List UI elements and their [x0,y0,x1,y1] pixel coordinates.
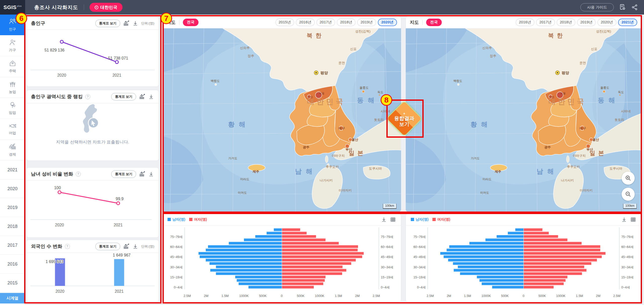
sidebar-item-경제[interactable]: 경제 [0,140,25,161]
sidebar-year-2015[interactable]: 2015 [0,274,25,292]
svg-text:일 본: 일 본 [589,149,605,156]
fusion-result-button[interactable]: + 융합결과 보기 [386,100,422,137]
svg-text:60~64세: 60~64세 [413,245,426,249]
combo-chart-icon[interactable] [139,94,145,100]
male-legend-swatch [168,218,171,221]
sidebar-year-2020[interactable]: 2020 [0,179,25,198]
svg-text:북 한: 북 한 [307,32,322,39]
population-pyramid-card-2021: 남자(명) 여자(명) 0~4세0~4세15~19세15~19세30~34세30… [406,214,641,302]
sidebar-item-label: 어업 [9,131,16,135]
download-icon[interactable] [132,20,138,26]
map-viewport[interactable]: 북 한성진(김책)신의주정주신포문천평양백령도서울인천대한민국울릉도독도동 해황… [163,28,401,212]
svg-text:독도: 독도 [377,90,383,94]
map-year-pill-2019년[interactable]: 2019년 [577,19,596,26]
sgis-logo[interactable]: SGISplus [0,0,25,15]
svg-text:백령도: 백령도 [453,79,462,83]
usage-guide-button[interactable]: 사용 가이드 [580,3,614,11]
sidebar-year-2016[interactable]: 2016 [0,255,25,274]
korea-map[interactable]: 북 한성진(김책)신의주정주신포문천평양백령도서울인천대한민국울릉도독도동 해황… [163,28,401,212]
map-year-pill-2021년[interactable]: 2021년 [618,19,637,26]
sidebar-item-인구[interactable]: 인구 [0,15,25,35]
svg-text:울릉도: 울릉도 [600,86,609,89]
sidebar-item-어업[interactable]: 어업 [0,119,25,140]
foreigners-bar-chart: 1 695 643 1 649 967 2020 2021 [26,253,159,302]
report-export-icon[interactable] [619,4,626,11]
total-population-card: 총인구 통계표 보기 단위:(명) 51 829 136 51 738 071 … [26,17,159,87]
map-scale-bar: 100km [623,204,637,209]
population-pyramid-chart: 0~4세0~4세15~19세15~19세30~34세30~34세45~49세45… [168,227,396,300]
map-year-pill-2020년[interactable]: 2020년 [597,19,616,26]
download-icon[interactable] [381,217,387,223]
combo-chart-icon[interactable] [123,243,129,249]
svg-text:2M: 2M [355,294,360,298]
svg-text:2021: 2021 [112,73,122,77]
card-title: 총인구 [31,20,45,27]
sidebar-item-임업[interactable]: 임업 [0,98,25,119]
download-icon[interactable] [148,171,154,177]
svg-text:신의주: 신의주 [482,46,492,50]
svg-text:남 해: 남 해 [295,168,314,175]
table-icon[interactable] [630,217,636,223]
map-label: 지도 [167,19,176,25]
map-year-pill-2016년[interactable]: 2016년 [296,19,314,26]
table-icon[interactable] [390,217,396,223]
download-icon[interactable] [621,217,627,223]
sidebar-item-가구[interactable]: 가구 [0,35,25,56]
nation-badge[interactable]: 전국 [426,19,442,26]
korea-map[interactable]: 북 한성진(김책)신의주정주신포문천평양백령도서울인천대한민국울릉도독도동 해황… [406,28,641,212]
svg-text:평양: 평양 [320,71,328,75]
fusion-label-line1: 융합결과 [394,115,414,121]
combo-chart-icon[interactable] [123,20,129,26]
stat-table-button[interactable]: 통계표 보기 [111,93,136,100]
stat-table-button[interactable]: 통계표 보기 [95,20,120,27]
help-icon[interactable]: ? [65,244,70,249]
map-year-pill-2016년[interactable]: 2016년 [516,19,534,26]
population-pyramid-card-2020: 남자(명) 여자(명) 0~4세0~4세15~19세15~19세30~34세30… [162,214,401,302]
male-legend-label: 남자(명) [416,217,428,222]
svg-text:0~4세: 0~4세 [381,285,390,289]
svg-text:울산: 울산 [592,138,599,141]
pyongyang-marker [314,71,318,75]
svg-text:500K: 500K [297,294,305,298]
svg-text:성진(김책): 성진(김책) [355,29,370,33]
download-icon[interactable] [148,94,154,100]
help-icon[interactable]: ? [76,172,81,177]
sidebar-item-농업[interactable]: 농업 [0,77,25,98]
map-year-pill-2019년[interactable]: 2019년 [357,19,376,26]
svg-text:45~49세: 45~49세 [621,255,634,259]
map-year-pill-2018년[interactable]: 2018년 [557,19,575,26]
map-year-pill-2018년[interactable]: 2018년 [337,19,355,26]
help-icon[interactable]: ? [85,94,90,99]
sidebar-year-2019[interactable]: 2019 [0,198,25,217]
sidebar-year-2018[interactable]: 2018 [0,217,25,236]
map-year-pill-2017년[interactable]: 2017년 [316,19,335,26]
svg-text:1.5M: 1.5M [221,294,229,298]
zoom-out-button[interactable] [622,188,635,201]
unit-label: 단위:(명) [141,244,154,249]
sidebar-year-2017[interactable]: 2017 [0,236,25,255]
map-year-pill-2020년[interactable]: 2020년 [378,19,397,26]
share-icon[interactable] [631,4,638,11]
stat-table-button[interactable]: 통계표 보기 [111,170,136,178]
zoom-in-button[interactable] [622,172,635,185]
combo-chart-icon[interactable] [139,171,145,177]
svg-text:신의주: 신의주 [240,46,250,50]
house-icon [9,60,16,67]
region-badge[interactable]: 대한민국 [90,3,123,12]
nation-badge[interactable]: 전국 [183,19,198,26]
sidebar-item-주택[interactable]: 주택 [0,56,25,77]
svg-text:황 해: 황 해 [228,121,247,128]
svg-text:문천: 문천 [580,61,586,65]
svg-text:평양: 평양 [562,71,569,75]
svg-text:45~49세: 45~49세 [381,255,393,259]
sidebar-year-2021[interactable]: 2021 [0,161,25,179]
sidebar-item-timeseries[interactable]: 시계열 [0,293,25,303]
map-viewport[interactable]: 북 한성진(김책)신의주정주신포문천평양백령도서울인천대한민국울릉도독도동 해황… [406,28,641,212]
map-year-pill-2015년[interactable]: 2015년 [275,19,294,26]
svg-text:야마구치: 야마구치 [332,154,345,158]
download-icon[interactable] [132,243,138,249]
svg-text:45~49세: 45~49세 [413,255,426,259]
svg-text:2020: 2020 [55,223,64,227]
stat-table-button[interactable]: 통계표 보기 [95,243,120,250]
map-year-pill-2017년[interactable]: 2017년 [536,19,555,26]
